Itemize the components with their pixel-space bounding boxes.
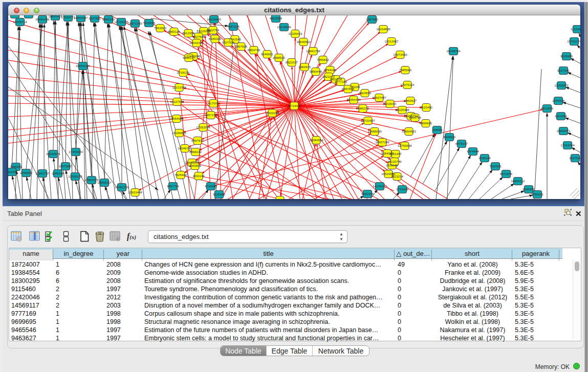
svg-text:7485063: 7485063 (399, 68, 412, 72)
svg-text:1691144: 1691144 (192, 174, 205, 178)
svg-text:15720407: 15720407 (361, 119, 375, 122)
svg-text:20691406: 20691406 (35, 17, 50, 21)
svg-text:9890448: 9890448 (310, 70, 322, 73)
svg-text:17016504: 17016504 (560, 143, 575, 147)
svg-text:18724007: 18724007 (287, 104, 301, 107)
svg-text:8938923: 8938923 (443, 135, 456, 139)
svg-text:9777169: 9777169 (335, 80, 347, 83)
svg-text:10973493: 10973493 (393, 53, 407, 56)
svg-text:19218506: 19218506 (277, 25, 291, 29)
svg-text:2935114: 2935114 (478, 156, 491, 160)
svg-text:9267150: 9267150 (205, 113, 217, 117)
svg-text:9227341: 9227341 (557, 69, 570, 72)
svg-text:2523214: 2523214 (391, 174, 404, 178)
svg-text:8215955: 8215955 (541, 106, 554, 110)
svg-text:12942757: 12942757 (35, 171, 50, 175)
svg-text:19166825: 19166825 (172, 131, 186, 135)
svg-text:10383554: 10383554 (273, 198, 287, 199)
svg-text:12213369: 12213369 (172, 85, 186, 89)
svg-text:9415098: 9415098 (23, 15, 35, 16)
svg-text:8471676: 8471676 (500, 172, 513, 176)
svg-text:10120746: 10120746 (387, 160, 402, 163)
svg-text:10688609: 10688609 (367, 129, 382, 133)
svg-text:19384554: 19384554 (309, 138, 323, 142)
svg-text:17975115: 17975115 (400, 83, 415, 86)
svg-text:18640910: 18640910 (296, 40, 311, 43)
svg-text:2718176: 2718176 (177, 71, 190, 74)
svg-text:9794028: 9794028 (324, 68, 337, 72)
svg-text:7632621: 7632621 (489, 164, 502, 168)
svg-text:2156829: 2156829 (20, 171, 33, 174)
svg-text:16782759: 16782759 (115, 185, 129, 189)
svg-text:10046788: 10046788 (178, 146, 192, 150)
svg-text:6479197: 6479197 (455, 142, 468, 145)
svg-text:8813054: 8813054 (270, 16, 282, 20)
svg-text:8912954: 8912954 (182, 31, 195, 35)
svg-text:6466160: 6466160 (102, 17, 115, 21)
svg-text:9115460: 9115460 (420, 105, 432, 109)
svg-text:16648784: 16648784 (446, 49, 461, 53)
svg-text:18300295: 18300295 (265, 111, 279, 115)
svg-text:7357224: 7357224 (227, 25, 240, 28)
svg-text:10958157: 10958157 (97, 181, 112, 184)
svg-text:9135468: 9135468 (213, 192, 226, 196)
svg-text:10543382: 10543382 (189, 41, 204, 45)
svg-text:10756928: 10756928 (398, 144, 412, 147)
svg-text:8454749: 8454749 (248, 48, 260, 52)
svg-text:9463627: 9463627 (404, 99, 417, 102)
svg-text:17353594: 17353594 (196, 125, 210, 129)
svg-text:12923448: 12923448 (128, 190, 142, 194)
svg-text:164095: 164095 (432, 128, 443, 132)
svg-text:1244418: 1244418 (552, 99, 565, 102)
svg-text:9716485: 9716485 (205, 184, 217, 188)
svg-text:2867608: 2867608 (235, 45, 248, 48)
svg-text:16107554: 16107554 (170, 100, 184, 103)
svg-text:7563822: 7563822 (154, 26, 167, 30)
svg-text:6216043: 6216043 (384, 102, 397, 105)
svg-text:14136141: 14136141 (373, 184, 387, 188)
svg-text:1362615: 1362615 (298, 65, 311, 69)
svg-text:2087682: 2087682 (366, 17, 379, 21)
svg-text:11122954: 11122954 (571, 27, 580, 31)
svg-text:9329966: 9329966 (560, 54, 573, 58)
svg-text:1167531: 1167531 (569, 156, 580, 160)
svg-text:10654112: 10654112 (511, 179, 525, 183)
svg-text:7625402: 7625402 (175, 173, 187, 177)
svg-text:1527602: 1527602 (89, 16, 101, 20)
svg-text:3911941: 3911941 (8, 170, 18, 173)
svg-text:20053346: 20053346 (76, 64, 90, 68)
svg-text:417008: 417008 (208, 101, 219, 105)
svg-text:19654923: 19654923 (402, 129, 416, 133)
svg-text:9699695: 9699695 (420, 121, 432, 125)
svg-text:19654985: 19654985 (169, 117, 184, 120)
svg-text:7955812: 7955812 (317, 58, 330, 61)
svg-text:9890177: 9890177 (183, 56, 195, 59)
svg-text:9474444: 9474444 (467, 149, 480, 153)
svg-text:10607487: 10607487 (372, 96, 386, 99)
svg-text:9641358: 9641358 (361, 192, 374, 195)
svg-text:9756021: 9756021 (531, 192, 544, 196)
svg-text:1733426: 1733426 (396, 187, 409, 191)
svg-text:8495764: 8495764 (409, 116, 422, 119)
svg-text:1615132: 1615132 (386, 163, 399, 167)
svg-text:14055714: 14055714 (13, 20, 27, 24)
svg-text:9146821: 9146821 (261, 52, 274, 56)
svg-text:1621064: 1621064 (555, 114, 568, 118)
svg-text:9527508: 9527508 (222, 40, 235, 44)
svg-text:9245652: 9245652 (522, 187, 535, 191)
svg-text:8660124: 8660124 (168, 30, 181, 33)
svg-text:53226058: 53226058 (197, 29, 211, 33)
svg-text:6497568: 6497568 (342, 87, 355, 91)
svg-text:1803154: 1803154 (9, 15, 21, 16)
svg-text:8186328: 8186328 (209, 37, 222, 40)
svg-text:9827508: 9827508 (192, 35, 205, 38)
svg-text:12213967: 12213967 (384, 39, 399, 43)
svg-text:17359924: 17359924 (69, 150, 83, 154)
svg-text:17957275: 17957275 (84, 178, 99, 182)
svg-text:8497833: 8497833 (191, 139, 204, 142)
svg-text:15751074: 15751074 (567, 39, 580, 43)
svg-text:16033809: 16033809 (207, 17, 221, 21)
svg-text:16961758: 16961758 (306, 49, 320, 53)
svg-text:7986372: 7986372 (357, 106, 369, 110)
svg-text:11325419: 11325419 (288, 32, 302, 35)
